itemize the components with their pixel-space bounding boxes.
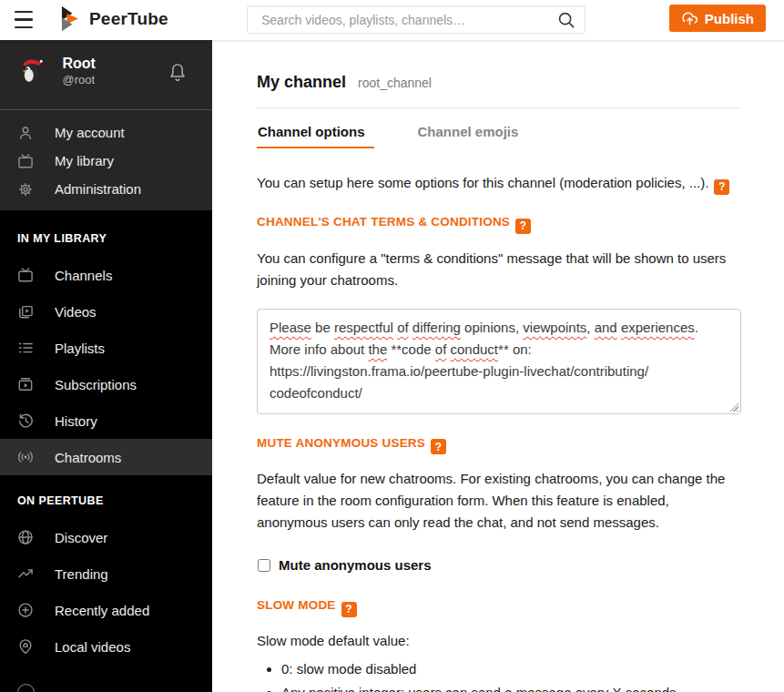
mute-checkbox-label[interactable]: Mute anonymous users [279,557,432,573]
sidebar-item-label: Chatrooms [55,450,121,465]
playlist-icon [16,339,35,357]
hamburger-menu-button[interactable] [15,11,33,28]
sidebar-item-label: My library [55,153,114,168]
tabs: Channel options Channel emojis [257,120,741,148]
slow-description: Slow mode default value: [257,631,741,651]
terms-textarea[interactable]: Please be respectful of differing opinio… [257,309,741,414]
logged-in-block: Root @root [0,40,212,110]
sidebar-item-label: History [55,413,97,429]
sidebar-item-label: Playlists [55,341,105,356]
sidebar-item-label: My account [55,125,125,140]
sidebar-item-administration[interactable]: Administration [0,175,212,203]
plus-circle-icon [16,601,35,619]
divider [257,107,741,108]
sidebar-section-title-platform: ON PEERTUBE [0,475,212,519]
sidebar-item-trending[interactable]: Trending [0,555,212,592]
subscriptions-icon [16,375,35,393]
tab-channel-options[interactable]: Channel options [257,120,374,148]
user-handle: @root [62,72,95,87]
help-icon[interactable]: ? [714,179,729,195]
sidebar-item-recently-added[interactable]: Recently added [0,592,212,628]
search-icon[interactable] [556,10,576,30]
gear-icon [16,180,35,198]
broadcast-icon [16,448,35,466]
publish-label: Publish [705,11,754,26]
sidebar-item-label: Local videos [55,639,130,655]
search-input[interactable] [247,5,585,34]
sidebar-section-platform: ON PEERTUBE DiscoverTrendingRecently add… [0,475,212,665]
terms-description: You can configure a "terms & conditions"… [257,248,741,291]
sidebar-item-partial-icon[interactable] [17,684,35,692]
sidebar-item-local-videos[interactable]: Local videos [0,628,212,665]
sidebar-item-playlists[interactable]: Playlists [0,330,212,366]
tab-channel-emojis[interactable]: Channel emojis [417,120,528,148]
sidebar-item-discover[interactable]: Discover [0,519,212,555]
help-icon[interactable]: ? [515,219,531,234]
help-icon[interactable]: ? [341,602,357,617]
sidebar-item-label: Discover [55,530,107,545]
sidebar-item-videos[interactable]: Videos [0,293,212,330]
peertube-logo-icon [61,5,81,32]
sidebar-section-title-library: IN MY LIBRARY [0,210,212,257]
sidebar-section-library: IN MY LIBRARY ChannelsVideosPlaylistsSub… [0,210,212,475]
sidebar-item-subscriptions[interactable]: Subscriptions [0,366,212,402]
help-icon[interactable]: ? [431,439,446,454]
sidebar-main-menu: My accountMy libraryAdministration [0,110,212,210]
sidebar-item-label: Administration [55,181,141,197]
home-pin-icon [16,637,35,656]
publish-button[interactable]: Publish [669,5,766,32]
globe-icon [16,528,35,546]
user-display-name[interactable]: Root [62,55,95,72]
sidebar-item-history[interactable]: History [0,402,212,439]
page-title: My channel [257,73,346,92]
channel-name-subtitle: root_channel [358,76,432,90]
brand[interactable]: PeerTube [61,5,168,32]
brand-title: PeerTube [89,9,168,29]
sidebar-item-chatrooms[interactable]: Chatrooms [0,439,212,475]
sidebar: Root @root My accountMy libraryAdministr… [0,40,212,692]
mute-description: Default value for new chatrooms. For exi… [257,468,741,534]
terms-text-line: More info about the **code of conduct** … [270,339,728,361]
user-icon [16,124,35,142]
trending-icon [16,565,35,583]
sidebar-item-label: Channels [55,268,112,283]
sidebar-item-label: Videos [55,304,97,320]
terms-text-line: codeofconduct/ [270,382,728,404]
sidebar-item-label: Subscriptions [55,377,137,392]
section-heading-slow: SLOW MODE? [257,598,741,617]
main-content: My channel root_channel Channel options … [212,40,784,692]
terms-text-line: Please be respectful of differing opinio… [270,317,728,339]
notification-bell-icon[interactable] [167,60,188,85]
sidebar-item-my-account[interactable]: My account [0,118,212,147]
intro-text: You can setup here some options for this… [257,173,741,195]
top-header: PeerTube Publish [0,0,784,40]
sidebar-item-my-library[interactable]: My library [0,147,212,175]
section-heading-terms: CHANNEL'S CHAT TERMS & CONDITIONS? [257,215,741,234]
slow-bullet: 0: slow mode disabled [281,658,730,680]
section-heading-mute: MUTE ANONYMOUS USERS? [257,436,741,455]
tv-icon [16,152,35,170]
tv-icon [16,266,35,284]
sidebar-item-channels[interactable]: Channels [0,257,212,293]
user-avatar[interactable] [15,55,46,86]
mute-checkbox[interactable] [258,559,270,572]
upload-cloud-icon [681,10,698,27]
slow-mode-bullet-list: 0: slow mode disabledAny positive intege… [257,658,730,692]
sidebar-item-label: Trending [55,566,108,582]
sidebar-item-label: Recently added [55,603,149,618]
resize-handle-icon[interactable] [729,402,738,412]
terms-text-line: https://livingston.frama.io/peertube-plu… [270,361,728,382]
history-icon [16,412,35,430]
videos-icon [16,302,35,321]
slow-bullet: Any positive integer: users can send a m… [281,682,730,692]
